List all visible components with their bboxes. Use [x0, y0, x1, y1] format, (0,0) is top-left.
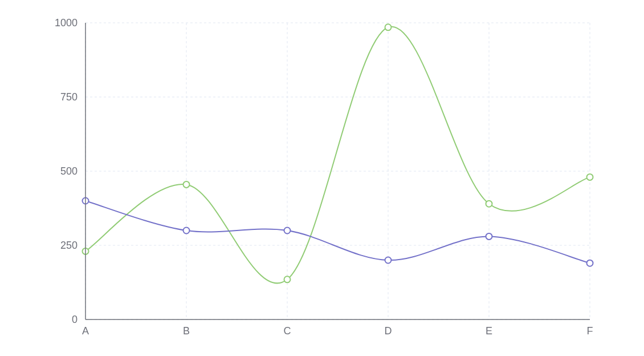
x-tick-label: D [385, 325, 392, 337]
data-point [587, 260, 593, 266]
y-tick-label: 0 [72, 314, 78, 325]
y-tick-label: 500 [60, 165, 78, 177]
data-point [486, 201, 492, 207]
data-point [385, 24, 392, 30]
grid [85, 23, 590, 319]
data-point [284, 276, 291, 282]
series-line-series-1 [85, 27, 590, 284]
data-point [385, 257, 392, 264]
data-point [184, 181, 190, 188]
y-tick-label: 250 [60, 240, 78, 251]
series-group [83, 24, 593, 283]
x-tick-label: E [486, 325, 492, 337]
y-tick-label: 1000 [55, 17, 78, 29]
data-point [587, 174, 593, 180]
series-line-series-2 [85, 201, 590, 263]
y-tick-label: 750 [60, 91, 78, 103]
x-tick-label: B [183, 325, 190, 337]
data-point [284, 228, 291, 234]
x-tick-label: C [284, 325, 291, 337]
x-tick-label: A [82, 325, 89, 337]
data-point [486, 233, 492, 240]
data-point [184, 228, 190, 234]
chart-container: 02505007501000ABCDEF [0, 0, 644, 356]
line-chart: 02505007501000ABCDEF [0, 0, 644, 356]
x-tick-label: F [587, 325, 593, 337]
